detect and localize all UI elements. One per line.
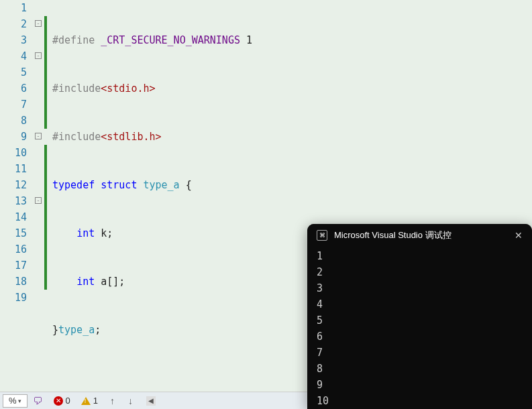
console-titlebar[interactable]: ⌘ Microsoft Visual Studio 调试控 ✕ — [307, 224, 532, 247]
console-title: Microsoft Visual Studio 调试控 — [334, 229, 451, 241]
fold-toggle[interactable]: - — [35, 197, 42, 204]
fold-toggle[interactable]: - — [35, 52, 42, 59]
fold-column[interactable]: - - - - — [34, 0, 44, 392]
debug-console-window[interactable]: ⌘ Microsoft Visual Studio 调试控 ✕ 1 2 3 4 … — [307, 224, 532, 409]
fold-toggle[interactable]: - — [35, 133, 42, 139]
feedback-icon[interactable]: 🗩 — [28, 395, 48, 406]
zoom-dropdown[interactable]: % — [3, 394, 28, 408]
line-number-gutter: 1 2 3 4 5 6 7 8 9 10 11 12 13 14 15 16 1… — [0, 0, 34, 392]
close-icon[interactable]: ✕ — [515, 230, 523, 241]
console-icon: ⌘ — [317, 230, 327, 241]
console-output[interactable]: 1 2 3 4 5 6 7 8 9 10 — [307, 247, 532, 409]
fold-toggle[interactable]: - — [35, 20, 42, 27]
